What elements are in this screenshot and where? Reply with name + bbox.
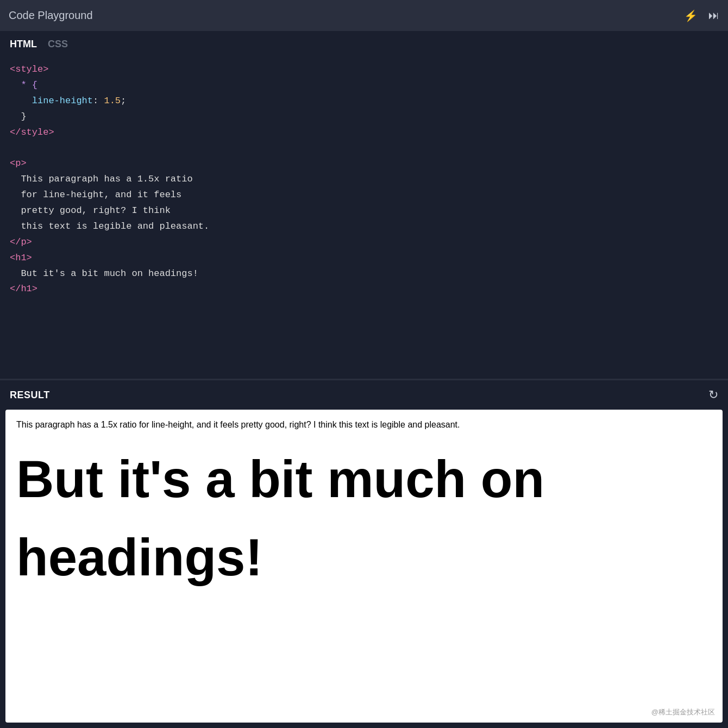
result-header: RESULT ↻ bbox=[0, 380, 728, 410]
code-line-15: </h1> bbox=[10, 281, 718, 297]
result-preview: This paragraph has a 1.5x ratio for line… bbox=[5, 410, 723, 723]
code-line-1: <style> bbox=[10, 62, 718, 78]
skip-icon[interactable]: ⏭ bbox=[708, 9, 719, 22]
code-line-12: </p> bbox=[10, 235, 718, 250]
code-line-blank1 bbox=[10, 140, 718, 156]
code-line-9: for line-height, and it feels bbox=[10, 187, 718, 203]
code-line-2: * { bbox=[10, 78, 718, 93]
result-label: RESULT bbox=[10, 390, 50, 401]
code-line-7: <p> bbox=[10, 156, 718, 172]
code-line-8: This paragraph has a 1.5x ratio bbox=[10, 172, 718, 187]
code-line-13: <h1> bbox=[10, 250, 718, 266]
code-line-3: line-height: 1.5; bbox=[10, 93, 718, 109]
app-title: Code Playground bbox=[9, 9, 93, 22]
code-line-14: But it's a bit much on headings! bbox=[10, 266, 718, 282]
tab-html[interactable]: HTML bbox=[10, 37, 37, 51]
preview-paragraph: This paragraph has a 1.5x ratio for line… bbox=[16, 418, 712, 431]
editor-section: HTML CSS <style> * { line-height: 1.5; }… bbox=[0, 31, 728, 379]
title-bar-actions: ⚡ ⏭ bbox=[684, 9, 719, 22]
tab-bar: HTML CSS bbox=[0, 31, 728, 58]
code-line-10: pretty good, right? I think bbox=[10, 203, 718, 219]
watermark: @稀土掘金技术社区 bbox=[651, 707, 715, 717]
code-editor[interactable]: <style> * { line-height: 1.5; } </style>… bbox=[0, 58, 728, 379]
code-line-11: this text is legible and pleasant. bbox=[10, 219, 718, 235]
refresh-icon[interactable]: ↻ bbox=[708, 388, 718, 402]
code-line-5: </style> bbox=[10, 125, 718, 141]
tab-css[interactable]: CSS bbox=[48, 37, 68, 51]
code-line-4: } bbox=[10, 109, 718, 125]
lightning-icon[interactable]: ⚡ bbox=[684, 9, 698, 22]
result-section: RESULT ↻ This paragraph has a 1.5x ratio… bbox=[0, 380, 728, 728]
preview-heading: But it's a bit much on headings! bbox=[16, 440, 712, 597]
title-bar: Code Playground ⚡ ⏭ bbox=[0, 0, 728, 31]
